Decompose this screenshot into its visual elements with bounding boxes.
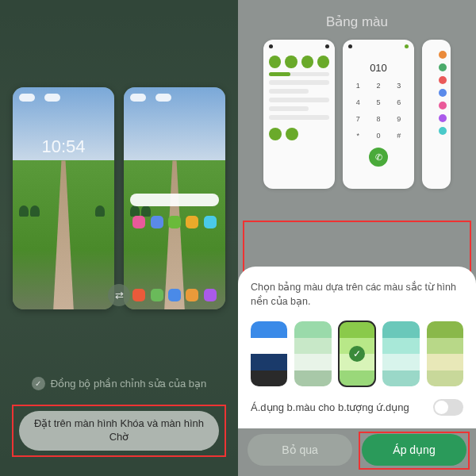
palette-option-1[interactable] <box>294 321 331 386</box>
set-wallpaper-button[interactable]: Đặt trên màn hình Khóa và màn hình Chờ <box>19 411 219 451</box>
palette-sheet: Chọn bảng màu dựa trên các màu sắc từ hì… <box>238 267 476 428</box>
lockscreen-preview[interactable]: 10:54 <box>13 87 114 309</box>
palette-option-2[interactable]: ✓ <box>339 321 375 386</box>
link-icon[interactable]: ⇄ <box>108 284 130 306</box>
apply-to-icons-toggle[interactable] <box>433 399 463 416</box>
palette-options: ✓ <box>251 321 463 386</box>
theme-previews: 010 123456789*0# ✆ <box>238 40 476 189</box>
palette-option-0[interactable] <box>251 321 287 386</box>
sync-label: Đồng bộ phần chỉnh sửa của bạn <box>51 378 207 390</box>
homescreen-preview[interactable] <box>124 87 225 309</box>
apply-to-icons-label: Á.dụng b.màu cho b.tượng ứ.dụng <box>251 401 409 413</box>
sync-edits-row[interactable]: ✓ Đồng bộ phần chỉnh sửa của bạn <box>0 377 238 390</box>
palette-option-3[interactable] <box>382 321 419 386</box>
check-icon: ✓ <box>349 346 365 362</box>
check-icon: ✓ <box>32 377 45 390</box>
palette-option-4[interactable] <box>427 321 463 386</box>
lockscreen-time: 10:54 <box>13 136 114 157</box>
theme-preview-dialer[interactable]: 010 123456789*0# ✆ <box>343 40 414 189</box>
theme-preview-settings[interactable] <box>422 40 451 189</box>
dial-display: 010 <box>343 62 414 74</box>
search-widget <box>130 194 219 206</box>
skip-button[interactable]: Bỏ qua <box>248 434 352 466</box>
wallpaper-previews: 10:54 ⇄ <box>0 87 238 309</box>
wallpaper-settings-pane: 10:54 ⇄ ✓ Đồng bộ phần chỉnh sửa của bạn… <box>0 0 238 476</box>
page-title: Bảng màu <box>238 13 476 30</box>
theme-preview-quicksettings[interactable] <box>263 40 335 189</box>
color-palette-pane: Bảng màu 010 123456789*0# ✆ <box>238 0 476 476</box>
apply-button[interactable]: Áp dụng <box>362 434 466 466</box>
sheet-description: Chọn bảng màu dựa trên các màu sắc từ hì… <box>251 281 463 309</box>
call-icon: ✆ <box>369 148 388 167</box>
